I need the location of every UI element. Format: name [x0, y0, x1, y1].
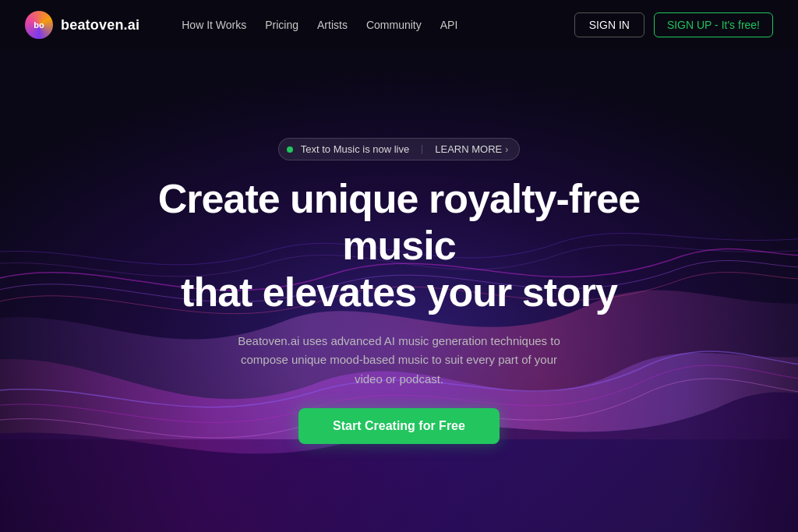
nav-right: SIGN IN SIGN UP - It's free! [574, 12, 773, 37]
live-pill: Text to Music is now live LEARN MORE › [278, 138, 520, 160]
nav-link-api[interactable]: API [433, 14, 466, 36]
learn-more-link[interactable]: LEARN MORE › [435, 143, 508, 155]
live-text: Text to Music is now live [301, 143, 409, 155]
chevron-right-icon: › [505, 144, 508, 155]
hero-content: Text to Music is now live LEARN MORE › C… [111, 138, 687, 444]
logo-icon: bo [25, 11, 53, 39]
nav-link-how-it-works[interactable]: How It Works [174, 14, 254, 36]
logo[interactable]: bo beatoven.ai [25, 11, 139, 39]
page-wrapper: bo beatoven.ai How It Works Pricing Arti… [0, 0, 798, 532]
cta-button[interactable]: Start Creating for Free [298, 408, 500, 444]
nav-link-community[interactable]: Community [358, 14, 429, 36]
signup-button[interactable]: SIGN UP - It's free! [654, 12, 773, 37]
nav-link-artists[interactable]: Artists [309, 14, 355, 36]
navbar: bo beatoven.ai How It Works Pricing Arti… [0, 0, 798, 50]
logo-text: beatoven.ai [61, 17, 139, 33]
pill-divider [422, 145, 422, 154]
signin-button[interactable]: SIGN IN [574, 12, 644, 37]
nav-left: bo beatoven.ai How It Works Pricing Arti… [25, 11, 465, 39]
nav-links: How It Works Pricing Artists Community A… [174, 14, 465, 36]
hero-title: Create unique royalty-free music that el… [126, 176, 672, 315]
hero-section: Text to Music is now live LEARN MORE › C… [0, 50, 798, 532]
nav-link-pricing[interactable]: Pricing [257, 14, 306, 36]
hero-subtitle: Beatoven.ai uses advanced AI music gener… [228, 332, 570, 389]
live-indicator-dot [287, 146, 293, 153]
